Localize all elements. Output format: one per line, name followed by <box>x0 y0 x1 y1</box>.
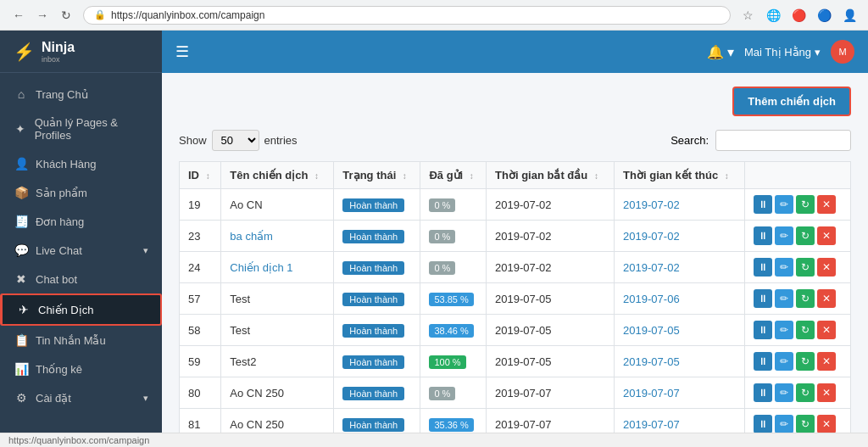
sidebar-item-cai-dat[interactable]: ⚙ Cài đặt ▾ <box>0 383 162 412</box>
sort-kt-icon[interactable]: ↕ <box>725 171 729 181</box>
ext-icon3[interactable]: 🔵 <box>814 5 834 25</box>
sidebar-item-tin-nhan-mau[interactable]: 📋 Tin Nhắn Mẫu <box>0 326 162 355</box>
pause-button[interactable]: ⏸ <box>754 321 772 339</box>
status-badge: Hoàn thành <box>342 230 404 243</box>
campaign-icon: ✈ <box>16 303 31 316</box>
edit-button[interactable]: ✏ <box>775 321 793 339</box>
edit-button[interactable]: ✏ <box>775 226 793 245</box>
action-buttons: ⏸ ✏ ↻ ✕ <box>754 383 842 402</box>
search-input[interactable] <box>715 130 851 151</box>
cell-ket-thuc: 2019-07-05 <box>615 315 745 346</box>
campaign-link[interactable]: Chiến dịch 1 <box>230 261 292 274</box>
sidebar-item-chien-dich[interactable]: ✈ Chiến Dịch <box>0 293 162 326</box>
status-badge: Hoàn thành <box>342 198 404 212</box>
avatar[interactable]: M <box>831 40 854 64</box>
refresh-row-button[interactable]: ↻ <box>796 352 815 371</box>
stats-icon: 📊 <box>14 362 29 376</box>
cell-id: 58 <box>180 315 221 346</box>
add-campaign-button[interactable]: Thêm chiến dịch <box>732 87 851 116</box>
user-name-text: Mai Thị Hằng <box>744 46 811 59</box>
user-menu[interactable]: Mai Thị Hằng ▾ <box>744 46 821 59</box>
delete-button[interactable]: ✕ <box>817 321 836 339</box>
cell-actions: ⏸ ✏ ↻ ✕ <box>745 189 851 221</box>
forward-button[interactable]: → <box>32 5 53 25</box>
edit-button[interactable]: ✏ <box>775 415 793 433</box>
cell-actions: ⏸ ✏ ↻ ✕ <box>745 409 851 433</box>
sidebar-item-chat-bot[interactable]: ✖ Chat bot <box>0 265 162 293</box>
cell-ten: Ao CN <box>221 189 334 221</box>
address-bar[interactable]: 🔒 https://quanlyinbox.com/campaign <box>83 6 731 25</box>
sidebar-item-quan-ly-pages[interactable]: ✦ Quản lý Pages & Profiles <box>0 109 162 149</box>
sidebar-item-trang-chu[interactable]: ⌂ Trang Chủ <box>0 80 162 109</box>
sidebar-item-san-pham[interactable]: 📦 Sản phẩm <box>0 178 162 207</box>
cell-id: 23 <box>180 221 221 252</box>
percent-badge: 53.85 % <box>429 293 473 306</box>
pause-button[interactable]: ⏸ <box>754 195 772 214</box>
pause-button[interactable]: ⏸ <box>754 226 772 245</box>
sort-id-icon[interactable]: ↕ <box>206 171 210 181</box>
order-icon: 🧾 <box>14 215 29 228</box>
cell-bat-dau: 2019-07-02 <box>487 221 615 252</box>
sort-dg-icon[interactable]: ↕ <box>470 171 474 181</box>
edit-button[interactable]: ✏ <box>775 383 793 402</box>
percent-badge: 0 % <box>429 261 455 275</box>
refresh-row-button[interactable]: ↻ <box>796 226 815 245</box>
pause-button[interactable]: ⏸ <box>754 383 772 402</box>
refresh-row-button[interactable]: ↻ <box>796 415 815 433</box>
action-buttons: ⏸ ✏ ↻ ✕ <box>754 226 842 245</box>
delete-button[interactable]: ✕ <box>817 383 836 402</box>
delete-button[interactable]: ✕ <box>817 195 836 214</box>
logo-icon: ⚡ <box>14 42 35 62</box>
refresh-row-button[interactable]: ↻ <box>796 258 815 277</box>
cell-bat-dau: 2019-07-07 <box>487 377 615 409</box>
edit-button[interactable]: ✏ <box>775 258 793 277</box>
action-row: Thêm chiến dịch <box>179 87 851 116</box>
sort-ten-icon[interactable]: ↕ <box>314 171 319 181</box>
campaign-link[interactable]: ba chấm <box>230 230 273 243</box>
cell-ket-thuc: 2019-07-02 <box>615 252 745 283</box>
back-button[interactable]: ← <box>8 5 29 25</box>
status-badge: Hoàn thành <box>342 387 404 400</box>
edit-button[interactable]: ✏ <box>775 289 793 308</box>
settings-icon: ⚙ <box>14 391 29 405</box>
refresh-row-button[interactable]: ↻ <box>796 195 815 214</box>
delete-button[interactable]: ✕ <box>817 352 836 371</box>
edit-button[interactable]: ✏ <box>775 195 793 214</box>
pause-button[interactable]: ⏸ <box>754 289 772 308</box>
entries-select[interactable]: 50 10 25 100 <box>212 130 259 151</box>
pause-button[interactable]: ⏸ <box>754 352 772 371</box>
nav-buttons[interactable]: ← → ↻ <box>8 5 76 25</box>
browser-bar: ← → ↻ 🔒 https://quanlyinbox.com/campaign… <box>0 0 868 31</box>
pause-button[interactable]: ⏸ <box>754 415 772 433</box>
table-row: 19 Ao CN Hoàn thành 0 % 2019-07-02 2019-… <box>180 189 851 221</box>
delete-button[interactable]: ✕ <box>817 289 836 308</box>
ext-icon1[interactable]: 🌐 <box>763 5 783 25</box>
action-buttons: ⏸ ✏ ↻ ✕ <box>754 289 842 308</box>
cell-ket-thuc: 2019-07-05 <box>615 346 745 377</box>
refresh-row-button[interactable]: ↻ <box>796 289 815 308</box>
sidebar-item-live-chat[interactable]: 💬 Live Chat ▾ <box>0 236 162 265</box>
refresh-row-button[interactable]: ↻ <box>796 383 815 402</box>
cell-ket-thuc: 2019-07-07 <box>615 409 745 433</box>
sidebar-item-thong-ke[interactable]: 📊 Thống kê <box>0 355 162 383</box>
sort-tt-icon[interactable]: ↕ <box>403 171 407 181</box>
table-row: 81 Ao CN 250 Hoàn thành 35.36 % 2019-07-… <box>180 409 851 433</box>
hamburger-icon[interactable]: ☰ <box>175 42 189 61</box>
edit-button[interactable]: ✏ <box>775 352 793 371</box>
pause-button[interactable]: ⏸ <box>754 258 772 277</box>
delete-button[interactable]: ✕ <box>817 226 836 245</box>
sidebar-item-don-hang[interactable]: 🧾 Đơn hàng <box>0 207 162 236</box>
notification-bell[interactable]: 🔔 ▾ <box>707 44 734 60</box>
refresh-button[interactable]: ↻ <box>56 5 76 25</box>
star-icon[interactable]: ☆ <box>737 5 758 25</box>
sort-bd-icon[interactable]: ↕ <box>594 171 598 181</box>
sidebar-item-khach-hang[interactable]: 👤 Khách Hàng <box>0 149 162 178</box>
delete-button[interactable]: ✕ <box>817 258 836 277</box>
cell-da-gui: 38.46 % <box>420 315 487 346</box>
profile-icon[interactable]: 👤 <box>839 5 860 25</box>
status-badge: Hoàn thành <box>342 261 404 275</box>
refresh-row-button[interactable]: ↻ <box>796 321 815 339</box>
ext-icon2[interactable]: 🔴 <box>788 5 809 25</box>
delete-button[interactable]: ✕ <box>817 415 836 433</box>
percent-badge: 35.36 % <box>429 418 473 432</box>
